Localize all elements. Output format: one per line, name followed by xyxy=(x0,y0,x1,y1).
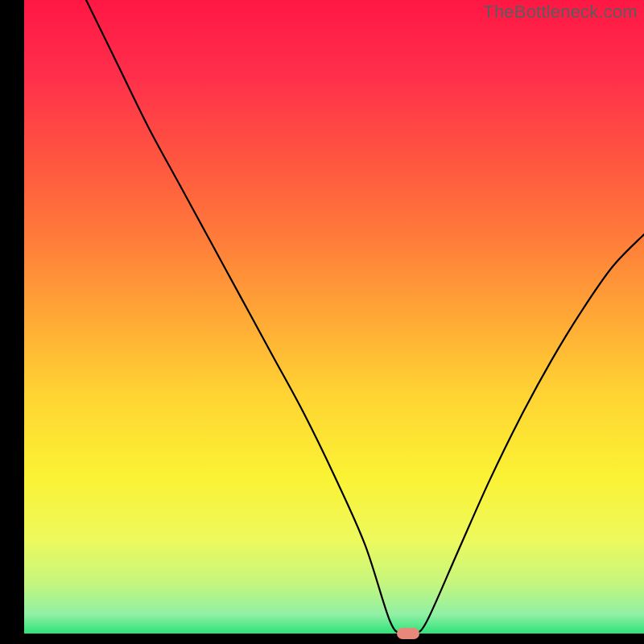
bottleneck-chart xyxy=(0,0,644,644)
plot-background xyxy=(24,0,644,634)
optimal-point-marker xyxy=(397,628,419,639)
chart-container: TheBottleneck.com xyxy=(0,0,644,644)
watermark-label: TheBottleneck.com xyxy=(483,2,638,23)
